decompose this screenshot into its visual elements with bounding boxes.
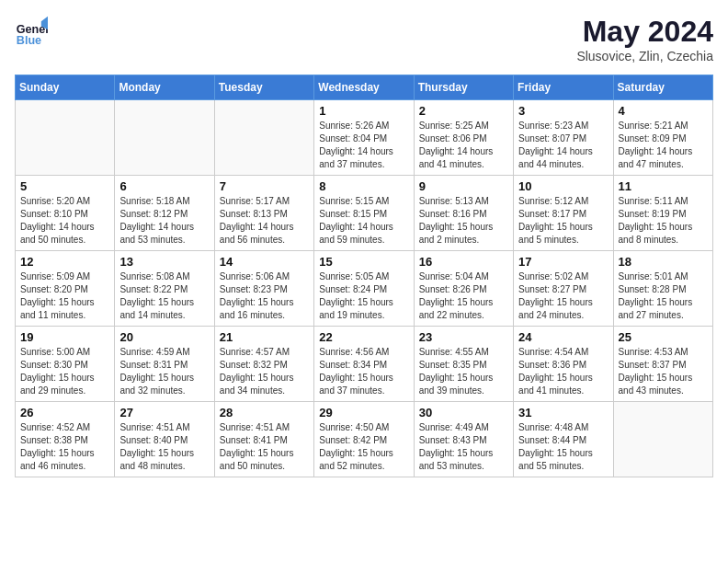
day-details: Sunrise: 4:52 AM Sunset: 8:38 PM Dayligh… [20, 421, 109, 473]
svg-text:Blue: Blue [17, 34, 41, 47]
calendar-cell: 4Sunrise: 5:21 AM Sunset: 8:09 PM Daylig… [613, 100, 712, 176]
day-number: 7 [220, 179, 309, 193]
day-number: 27 [119, 406, 209, 419]
calendar-cell: 6Sunrise: 5:18 AM Sunset: 8:12 PM Daylig… [115, 176, 214, 251]
calendar-cell: 19Sunrise: 5:00 AM Sunset: 8:30 PM Dayli… [16, 327, 115, 402]
calendar-cell [115, 100, 214, 176]
calendar-cell: 13Sunrise: 5:08 AM Sunset: 8:22 PM Dayli… [115, 251, 214, 327]
calendar-cell [16, 100, 115, 176]
day-number: 1 [319, 104, 408, 118]
day-number: 8 [319, 179, 408, 193]
calendar-cell: 11Sunrise: 5:11 AM Sunset: 8:19 PM Dayli… [613, 176, 712, 251]
calendar-cell: 18Sunrise: 5:01 AM Sunset: 8:28 PM Dayli… [613, 251, 712, 327]
calendar-cell: 31Sunrise: 4:48 AM Sunset: 8:44 PM Dayli… [514, 402, 613, 477]
day-details: Sunrise: 4:51 AM Sunset: 8:41 PM Dayligh… [220, 421, 309, 473]
week-row-5: 26Sunrise: 4:52 AM Sunset: 8:38 PM Dayli… [16, 402, 713, 477]
day-details: Sunrise: 5:11 AM Sunset: 8:19 PM Dayligh… [619, 195, 708, 247]
day-details: Sunrise: 5:23 AM Sunset: 8:07 PM Dayligh… [518, 120, 608, 171]
calendar-cell: 17Sunrise: 5:02 AM Sunset: 8:27 PM Dayli… [514, 251, 613, 327]
day-number: 14 [220, 255, 309, 269]
day-details: Sunrise: 5:00 AM Sunset: 8:30 PM Dayligh… [20, 346, 109, 397]
day-details: Sunrise: 5:25 AM Sunset: 8:06 PM Dayligh… [419, 120, 508, 171]
calendar-cell: 14Sunrise: 5:06 AM Sunset: 8:23 PM Dayli… [214, 251, 313, 327]
day-number: 11 [619, 179, 708, 193]
calendar-cell: 1Sunrise: 5:26 AM Sunset: 8:04 PM Daylig… [314, 100, 414, 176]
week-row-4: 19Sunrise: 5:00 AM Sunset: 8:30 PM Dayli… [16, 327, 713, 402]
day-details: Sunrise: 5:21 AM Sunset: 8:09 PM Dayligh… [619, 120, 708, 171]
day-number: 3 [518, 104, 608, 118]
day-details: Sunrise: 5:04 AM Sunset: 8:26 PM Dayligh… [419, 270, 508, 322]
calendar-cell: 20Sunrise: 4:59 AM Sunset: 8:31 PM Dayli… [115, 327, 214, 402]
calendar-cell: 23Sunrise: 4:55 AM Sunset: 8:35 PM Dayli… [414, 327, 513, 402]
weekday-header-monday: Monday [115, 75, 214, 100]
calendar-cell: 12Sunrise: 5:09 AM Sunset: 8:20 PM Dayli… [16, 251, 115, 327]
calendar-cell: 21Sunrise: 4:57 AM Sunset: 8:32 PM Dayli… [214, 327, 313, 402]
day-number: 20 [119, 330, 209, 344]
calendar-cell: 26Sunrise: 4:52 AM Sunset: 8:38 PM Dayli… [16, 402, 115, 477]
day-number: 5 [20, 179, 109, 193]
day-details: Sunrise: 5:17 AM Sunset: 8:13 PM Dayligh… [220, 195, 309, 247]
calendar-cell: 10Sunrise: 5:12 AM Sunset: 8:17 PM Dayli… [514, 176, 613, 251]
day-details: Sunrise: 4:55 AM Sunset: 8:35 PM Dayligh… [419, 346, 508, 397]
calendar-cell: 7Sunrise: 5:17 AM Sunset: 8:13 PM Daylig… [214, 176, 313, 251]
day-number: 6 [119, 179, 209, 193]
day-number: 25 [619, 330, 708, 344]
day-details: Sunrise: 5:05 AM Sunset: 8:24 PM Dayligh… [319, 270, 408, 322]
day-number: 30 [419, 406, 508, 419]
week-row-2: 5Sunrise: 5:20 AM Sunset: 8:10 PM Daylig… [16, 176, 713, 251]
day-details: Sunrise: 4:49 AM Sunset: 8:43 PM Dayligh… [419, 421, 508, 473]
day-number: 15 [319, 255, 408, 269]
calendar-cell: 30Sunrise: 4:49 AM Sunset: 8:43 PM Dayli… [414, 402, 513, 477]
day-details: Sunrise: 4:53 AM Sunset: 8:37 PM Dayligh… [619, 346, 708, 397]
day-number: 12 [20, 255, 109, 269]
week-row-3: 12Sunrise: 5:09 AM Sunset: 8:20 PM Dayli… [16, 251, 713, 327]
logo-icon: General Blue [15, 15, 48, 48]
day-number: 19 [20, 330, 109, 344]
calendar-cell [214, 100, 313, 176]
calendar-cell: 28Sunrise: 4:51 AM Sunset: 8:41 PM Dayli… [214, 402, 313, 477]
day-number: 2 [419, 104, 508, 118]
day-details: Sunrise: 4:59 AM Sunset: 8:31 PM Dayligh… [119, 346, 209, 397]
weekday-header-thursday: Thursday [414, 75, 513, 100]
day-number: 23 [419, 330, 508, 344]
month-title: May 2024 [576, 15, 713, 49]
day-details: Sunrise: 4:48 AM Sunset: 8:44 PM Dayligh… [518, 421, 608, 473]
calendar-cell: 5Sunrise: 5:20 AM Sunset: 8:10 PM Daylig… [16, 176, 115, 251]
day-details: Sunrise: 5:26 AM Sunset: 8:04 PM Dayligh… [319, 120, 408, 171]
day-details: Sunrise: 5:18 AM Sunset: 8:12 PM Dayligh… [119, 195, 209, 247]
day-details: Sunrise: 5:06 AM Sunset: 8:23 PM Dayligh… [220, 270, 309, 322]
weekday-header-row: SundayMondayTuesdayWednesdayThursdayFrid… [16, 75, 713, 100]
calendar-cell: 3Sunrise: 5:23 AM Sunset: 8:07 PM Daylig… [514, 100, 613, 176]
calendar-cell: 29Sunrise: 4:50 AM Sunset: 8:42 PM Dayli… [314, 402, 414, 477]
day-number: 31 [518, 406, 608, 419]
day-details: Sunrise: 4:57 AM Sunset: 8:32 PM Dayligh… [220, 346, 309, 397]
day-details: Sunrise: 4:50 AM Sunset: 8:42 PM Dayligh… [319, 421, 408, 473]
day-number: 16 [419, 255, 508, 269]
weekday-header-tuesday: Tuesday [214, 75, 313, 100]
weekday-header-saturday: Saturday [613, 75, 712, 100]
day-number: 13 [119, 255, 209, 269]
calendar-cell: 27Sunrise: 4:51 AM Sunset: 8:40 PM Dayli… [115, 402, 214, 477]
page-header: General Blue May 2024 Slusovice, Zlin, C… [15, 15, 713, 63]
weekday-header-sunday: Sunday [16, 75, 115, 100]
day-details: Sunrise: 5:01 AM Sunset: 8:28 PM Dayligh… [619, 270, 708, 322]
calendar-cell: 2Sunrise: 5:25 AM Sunset: 8:06 PM Daylig… [414, 100, 513, 176]
day-number: 24 [518, 330, 608, 344]
title-block: May 2024 Slusovice, Zlin, Czechia [576, 15, 713, 63]
calendar-cell: 8Sunrise: 5:15 AM Sunset: 8:15 PM Daylig… [314, 176, 414, 251]
calendar-table: SundayMondayTuesdayWednesdayThursdayFrid… [15, 75, 713, 477]
day-details: Sunrise: 5:02 AM Sunset: 8:27 PM Dayligh… [518, 270, 608, 322]
day-number: 18 [619, 255, 708, 269]
day-number: 17 [518, 255, 608, 269]
calendar-cell: 25Sunrise: 4:53 AM Sunset: 8:37 PM Dayli… [613, 327, 712, 402]
day-number: 22 [319, 330, 408, 344]
day-number: 29 [319, 406, 408, 419]
calendar-cell: 15Sunrise: 5:05 AM Sunset: 8:24 PM Dayli… [314, 251, 414, 327]
day-details: Sunrise: 4:56 AM Sunset: 8:34 PM Dayligh… [319, 346, 408, 397]
day-details: Sunrise: 5:20 AM Sunset: 8:10 PM Dayligh… [20, 195, 109, 247]
day-number: 10 [518, 179, 608, 193]
location: Slusovice, Zlin, Czechia [576, 49, 713, 63]
day-number: 4 [619, 104, 708, 118]
day-details: Sunrise: 5:12 AM Sunset: 8:17 PM Dayligh… [518, 195, 608, 247]
day-number: 21 [220, 330, 309, 344]
